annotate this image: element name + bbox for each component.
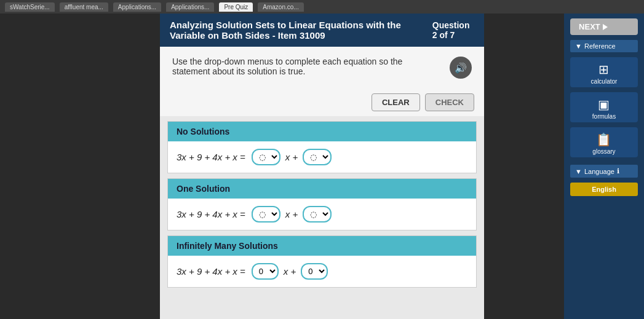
reference-toggle[interactable]: ▼ Reference: [570, 40, 638, 52]
formulas-label: formulas: [592, 113, 616, 120]
dropdown2-one-solution[interactable]: ◌ 7 8 9: [303, 206, 332, 223]
action-row: CLEAR CHECK: [160, 89, 484, 116]
right-sidebar: NEXT ▼ Reference ⊞ calculator ▣ formulas…: [564, 14, 644, 319]
section-body-infinite: 3x + 9 + 4x + x = 0 7 8 9 x + 0 7 8 9: [168, 256, 476, 287]
language-triangle-icon: ▼: [575, 168, 582, 175]
tab-affluent[interactable]: affluent mea...: [60, 2, 108, 12]
equation-prefix-1: 3x + 9 + 4x + x =: [177, 152, 245, 162]
tab-prequiz[interactable]: Pre Quiz: [219, 2, 253, 12]
page-title: Analyzing Solution Sets to Linear Equati…: [170, 20, 432, 41]
clear-button[interactable]: CLEAR: [372, 93, 420, 111]
section-infinite-solutions: Infinitely Many Solutions 3x + 9 + 4x + …: [167, 235, 477, 288]
equation-prefix-3: 3x + 9 + 4x + x =: [177, 266, 245, 277]
reference-section: ▼ Reference: [570, 40, 638, 52]
section-body-one-solution: 3x + 9 + 4x + x = ◌ 7 8 9 x + ◌ 7 8 9: [168, 199, 476, 230]
section-body-no-solutions: 3x + 9 + 4x + x = ◌ 7 8 9 x + ◌ 7 8 9: [168, 141, 476, 173]
formulas-tool[interactable]: ▣ formulas: [570, 92, 638, 122]
language-toggle[interactable]: ▼ Language ℹ: [570, 165, 638, 178]
english-button[interactable]: English: [570, 183, 638, 196]
calculator-label: calculator: [591, 78, 618, 85]
calculator-tool[interactable]: ⊞ calculator: [570, 57, 638, 87]
next-label: NEXT: [579, 22, 600, 31]
next-arrow-icon: [603, 24, 608, 30]
tab-watche[interactable]: sWatchSerie...: [5, 2, 55, 12]
check-button[interactable]: CHECK: [425, 93, 474, 111]
section-one-solution: One Solution 3x + 9 + 4x + x = ◌ 7 8 9 x…: [167, 178, 477, 230]
left-sidebar: [0, 14, 80, 319]
dropdown2-no-solutions[interactable]: ◌ 7 8 9: [303, 149, 332, 165]
section-header-one-solution: One Solution: [168, 179, 476, 199]
calculator-icon: ⊞: [573, 62, 635, 77]
instruction-text: Use the drop-down menus to complete each…: [172, 57, 440, 76]
glossary-tool[interactable]: 📋 glossary: [570, 127, 638, 157]
tab-app2[interactable]: Applications...: [166, 2, 214, 12]
triangle-icon: ▼: [575, 42, 582, 50]
tab-amazon[interactable]: Amazon.co...: [258, 2, 303, 12]
section-header-infinite: Infinitely Many Solutions: [168, 236, 476, 256]
dropdown1-infinite[interactable]: 0 7 8 9: [252, 263, 279, 280]
page-header: Analyzing Solution Sets to Linear Equati…: [160, 14, 484, 47]
dropdown1-one-solution[interactable]: ◌ 7 8 9: [252, 206, 280, 223]
reference-label: Reference: [584, 42, 616, 50]
dropdown2-infinite[interactable]: 0 7 8 9: [301, 263, 328, 280]
audio-button[interactable]: 🔊: [450, 57, 472, 79]
operator-1: x +: [285, 152, 298, 162]
glossary-icon: 📋: [573, 132, 635, 147]
section-no-solutions: No Solutions 3x + 9 + 4x + x = ◌ 7 8 9 x…: [167, 121, 477, 173]
question-counter: Question 2 of 7: [432, 20, 474, 40]
tab-bar: sWatchSerie... affluent mea... Applicati…: [0, 0, 644, 14]
instruction-area: Use the drop-down menus to complete each…: [160, 47, 484, 89]
main-content: Analyzing Solution Sets to Linear Equati…: [160, 14, 484, 319]
language-label: Language: [584, 168, 614, 175]
formulas-icon: ▣: [573, 97, 635, 112]
section-header-no-solutions: No Solutions: [168, 122, 476, 141]
next-button[interactable]: NEXT: [570, 18, 638, 35]
tab-app1[interactable]: Applications...: [113, 2, 161, 12]
operator-3: x +: [284, 266, 296, 277]
glossary-label: glossary: [592, 148, 615, 155]
info-icon: ℹ: [617, 167, 619, 175]
operator-2: x +: [285, 209, 298, 219]
dropdown1-no-solutions[interactable]: ◌ 7 8 9: [252, 149, 280, 165]
language-section: ▼ Language ℹ: [570, 165, 638, 178]
equation-prefix-2: 3x + 9 + 4x + x =: [177, 209, 245, 219]
